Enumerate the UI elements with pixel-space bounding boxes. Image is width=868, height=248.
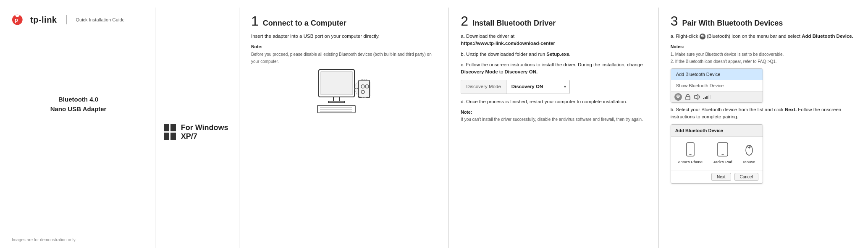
step-3-note1: 1. Make sure your Bluetooth device is se… (671, 52, 784, 57)
device-dialog-title: Add Bluetooth Device (671, 125, 763, 137)
dialog-taskbar: ⭗ (671, 91, 763, 102)
step-1: 1 Connect to a Computer Insert the adapt… (239, 8, 449, 248)
step-2-header: 2 Install Bluetooth Driver (461, 14, 646, 28)
step-2-note-text: If you can't install the driver successf… (461, 117, 643, 122)
step-2-body: a. Download the driver at https://www.tp… (461, 33, 646, 123)
svg-rect-22 (710, 95, 711, 99)
svg-rect-3 (321, 72, 352, 95)
svg-rect-16 (686, 97, 690, 100)
step-1-body: Insert the adapter into a USB port on yo… (251, 33, 437, 118)
next-button[interactable]: Next (711, 173, 731, 181)
step-2c: c. Follow the onscreen instructions to i… (461, 61, 646, 76)
step-1-title: Connect to a Computer (263, 19, 346, 28)
step-3-notes-a: Notes: 1. Make sure your Bluetooth devic… (671, 43, 856, 65)
step-2b: b. Unzip the downloaded folder and run S… (461, 51, 646, 58)
svg-marker-17 (695, 94, 698, 99)
step-3: 3 Pair With Bluetooth Devices a. Right-c… (659, 8, 868, 248)
product-name: Bluetooth 4.0 Nano USB Adapter (12, 95, 145, 114)
device-list: Anna's Phone Jack's Pad (671, 137, 763, 170)
bluetooth-icon: ⭗ (700, 34, 705, 39)
step-2-note-label: Note: (461, 110, 472, 115)
step-1-intro: Insert the adapter into a USB port on yo… (251, 33, 437, 40)
step-1-notes: Note: Before you proceed, please disable… (251, 43, 437, 65)
step-2-notes: Note: If you can't install the driver su… (461, 109, 646, 123)
discovery-dropdown-arrow[interactable]: ▾ (561, 81, 569, 93)
step-1-note-text: Before you proceed, please disable all e… (251, 52, 432, 64)
step-2a: a. Download the driver at https://www.tp… (461, 33, 646, 47)
step-3-number: 3 (671, 14, 678, 28)
tp-link-logo-icon: p (12, 12, 28, 28)
svg-rect-5 (328, 101, 345, 103)
step-2-title: Install Bluetooth Driver (472, 19, 556, 28)
svg-rect-4 (333, 97, 340, 101)
step-3b: b. Select your Bluetooth device from the… (671, 106, 856, 121)
step-3a: a. Right-click ⭗ (Bluetooth) icon on the… (671, 33, 856, 40)
cancel-button[interactable]: Cancel (734, 173, 758, 181)
footer-note: Images are for demonstration only. (12, 238, 76, 242)
step-3-header: 3 Pair With Bluetooth Devices (671, 14, 856, 28)
device-name-phone: Anna's Phone (678, 159, 703, 165)
svg-rect-25 (718, 143, 728, 156)
download-link[interactable]: https://www.tp-link.com/download-center (461, 41, 555, 46)
svg-text:p: p (15, 17, 18, 23)
guide-label: Quick Installation Guide (76, 17, 125, 22)
windows-logo: For Windows XP/7 (164, 123, 231, 141)
steps-area: 1 Connect to a Computer Insert the adapt… (239, 8, 868, 248)
step-3-notes-title: Notes: (671, 44, 684, 49)
device-selection-dialog: Add Bluetooth Device Anna's Phone (671, 124, 763, 184)
device-dialog-footer: Next Cancel (671, 170, 763, 183)
svg-rect-21 (708, 95, 709, 99)
win-square-tl (164, 124, 169, 132)
taskbar-volume-icon (694, 94, 700, 100)
taskbar-signal-icon (703, 95, 711, 99)
step-2d: d. Once the process is finished, restart… (461, 98, 646, 105)
svg-rect-18 (703, 98, 704, 99)
windows-panel: For Windows XP/7 (155, 8, 239, 248)
win-square-br (170, 133, 176, 140)
step-2: 2 Install Bluetooth Driver a. Download t… (449, 8, 658, 248)
step-1-illustration (251, 68, 437, 118)
phone-icon (684, 142, 697, 157)
tp-link-logo: p tp-link (12, 12, 57, 28)
logo-row: p tp-link Quick Installation Guide (12, 12, 125, 28)
discovery-mode-box: Discovery Mode Discovery ON ▾ (461, 80, 570, 94)
step-3-note2: 2. If the Bluetooth icon doesn't appear,… (671, 59, 777, 64)
svg-point-15 (355, 79, 371, 98)
step-1-number: 1 (251, 14, 259, 28)
step-1-header: 1 Connect to a Computer (251, 14, 437, 28)
left-panel: p tp-link Quick Installation Guide Bluet… (0, 8, 155, 248)
device-name-tablet: Jack's Pad (713, 159, 732, 165)
windows-label: For Windows XP/7 (181, 123, 231, 141)
discovery-mode-label: Discovery Mode (461, 80, 506, 93)
menu-item-add[interactable]: Add Bluetooth Device (671, 69, 763, 80)
step-3-body: a. Right-click ⭗ (Bluetooth) icon on the… (671, 33, 856, 187)
step-1-note-label: Note: (251, 44, 262, 49)
windows-icon (164, 124, 176, 140)
win-square-tr (170, 124, 176, 132)
step-2-number: 2 (461, 14, 468, 28)
taskbar-lock-icon (684, 94, 691, 100)
device-item-mouse[interactable]: Mouse (743, 142, 755, 165)
taskbar-bt-icon: ⭗ (674, 93, 682, 101)
svg-rect-19 (705, 97, 706, 99)
computer-svg (317, 68, 371, 118)
device-item-tablet[interactable]: Jack's Pad (713, 142, 732, 165)
device-name-mouse: Mouse (743, 159, 755, 165)
logo-divider (66, 15, 67, 24)
discovery-mode-value: Discovery ON (506, 80, 561, 93)
bluetooth-menu-dialog: Add Bluetooth Device Show Bluetooth Devi… (671, 68, 763, 103)
device-item-phone[interactable]: Anna's Phone (678, 142, 703, 165)
win-square-bl (164, 133, 169, 140)
step-3-title: Pair With Bluetooth Devices (682, 19, 783, 28)
brand-name: tp-link (30, 15, 57, 25)
svg-rect-23 (687, 143, 694, 156)
mouse-icon (743, 142, 755, 157)
svg-rect-20 (706, 96, 708, 99)
menu-item-show[interactable]: Show Bluetooth Device (671, 80, 763, 91)
tablet-icon (716, 142, 729, 157)
